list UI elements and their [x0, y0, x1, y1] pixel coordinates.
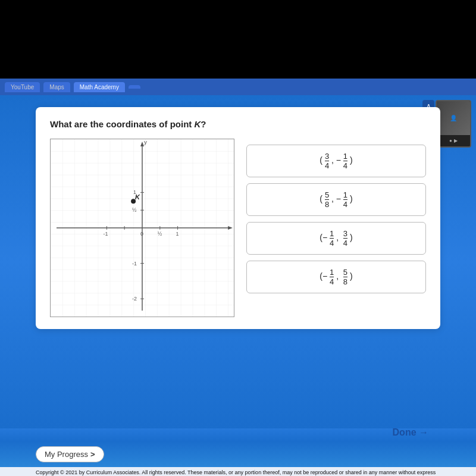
svg-text:-1: -1: [132, 261, 137, 267]
tab-youtube[interactable]: YouTube: [5, 82, 40, 92]
svg-text:½: ½: [158, 231, 162, 237]
my-progress-button[interactable]: My Progress >: [36, 446, 104, 462]
card-body: x y -1 0 ½ 1: [50, 139, 426, 317]
frac-1-4-d: 1 4: [330, 268, 334, 286]
choice-1-button[interactable]: ( 3 4 , − 1 4 ): [246, 145, 426, 177]
progress-area: My Progress >: [0, 441, 476, 467]
frac-3-4: 3 4: [325, 152, 329, 170]
video-thumbnail: 👤 ● ▶: [436, 100, 471, 148]
tab-other[interactable]: [129, 85, 140, 89]
svg-text:0: 0: [140, 231, 143, 237]
copyright-text: Copyright © 2021 by Curriculum Associate…: [36, 469, 436, 476]
svg-text:K: K: [135, 193, 140, 201]
choice-4-text: (− 1 4 , 5 8 ): [320, 268, 352, 286]
frac-5-8: 5 8: [325, 191, 329, 208]
question-card: What are the coordinates of point K?: [36, 107, 440, 329]
choice-2-text: ( 5 8 , − 1 4 ): [320, 191, 352, 208]
question-heading: What are the coordinates of point K?: [50, 119, 426, 129]
my-progress-label: My Progress: [45, 450, 88, 459]
choice-3-button[interactable]: (− 1 4 , 3 4 ): [246, 222, 426, 255]
svg-text:-1: -1: [103, 231, 108, 237]
choice-2-button[interactable]: ( 5 8 , − 1 4 ): [246, 183, 426, 216]
video-controls: ● ▶: [437, 135, 470, 146]
choice-1-text: ( 3 4 , − 1 4 ): [320, 152, 352, 170]
choice-4-button[interactable]: (− 1 4 , 5 8 ): [246, 261, 426, 293]
done-button[interactable]: Done →: [393, 427, 428, 438]
svg-text:-2: -2: [132, 296, 137, 302]
video-feed: 👤: [437, 101, 470, 135]
frac-neg-1-4-a: 1 4: [343, 152, 347, 170]
answer-choices: ( 3 4 , − 1 4 ) (: [246, 139, 426, 293]
copyright-bar: Copyright © 2021 by Curriculum Associate…: [0, 467, 476, 476]
graph-svg: x y -1 0 ½ 1: [51, 139, 234, 317]
tab-maps[interactable]: Maps: [43, 82, 70, 92]
tab-math-academy[interactable]: Math Academy: [74, 82, 125, 92]
frac-5-8-d: 5 8: [343, 268, 347, 286]
frac-3-4-c: 3 4: [343, 230, 347, 247]
main-content-area: ∧ 👤 ● ▶ What are the coordinates of poin…: [0, 95, 476, 428]
browser-bar: YouTube Maps Math Academy: [0, 79, 476, 95]
coordinate-graph: x y -1 0 ½ 1: [50, 139, 234, 317]
svg-text:1: 1: [176, 231, 179, 237]
choice-3-text: (− 1 4 , 3 4 ): [320, 230, 352, 247]
top-black-area: YouTube Maps Math Academy: [0, 0, 476, 95]
svg-text:½: ½: [132, 207, 137, 213]
frac-neg-1-4-b: 1 4: [343, 191, 347, 208]
frac-1-4-c: 1 4: [330, 230, 334, 247]
svg-text:y: y: [144, 139, 147, 145]
my-progress-chevron: >: [90, 450, 95, 459]
point-label: K: [195, 119, 201, 129]
